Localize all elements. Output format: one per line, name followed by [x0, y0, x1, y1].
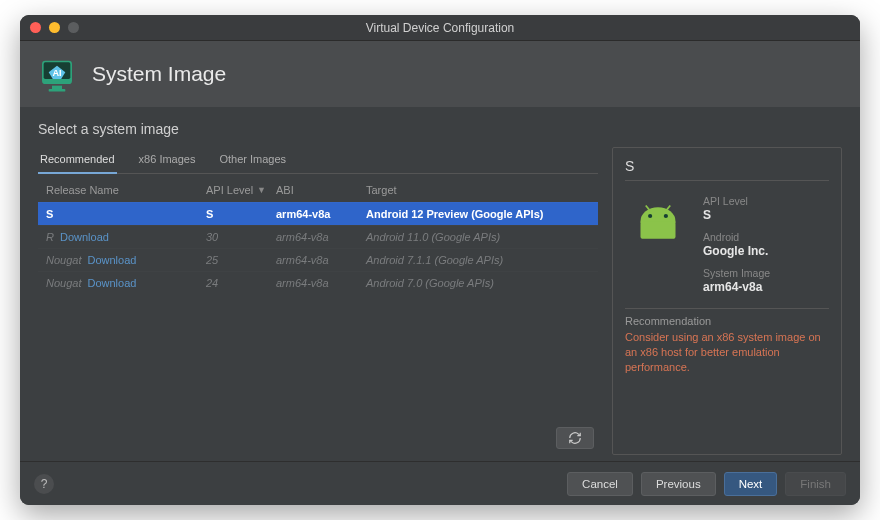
footer: ? Cancel Previous Next Finish	[20, 461, 860, 505]
next-button[interactable]: Next	[724, 472, 778, 496]
svg-rect-2	[52, 86, 62, 89]
dialog-window: Virtual Device Configuration AI System I…	[20, 15, 860, 505]
target: Android 11.0 (Google APIs)	[366, 231, 590, 243]
abi: arm64-v8a	[276, 277, 366, 289]
target: Android 7.1.1 (Google APIs)	[366, 254, 590, 266]
api-level: S	[206, 208, 276, 220]
finish-button: Finish	[785, 472, 846, 496]
api-level: 24	[206, 277, 276, 289]
col-abi[interactable]: ABI	[276, 184, 366, 196]
release-name: Nougat	[46, 254, 81, 266]
tab-x86-images[interactable]: x86 Images	[137, 147, 198, 173]
body: Select a system image Recommendedx86 Ima…	[20, 107, 860, 461]
svg-rect-5	[641, 221, 676, 239]
col-release-name[interactable]: Release Name	[46, 184, 206, 196]
table-row[interactable]: NougatDownload25arm64-v8aAndroid 7.1.1 (…	[38, 248, 598, 271]
table-row[interactable]: SSarm64-v8aAndroid 12 Preview (Google AP…	[38, 202, 598, 225]
help-button[interactable]: ?	[34, 474, 54, 494]
table-header: Release Name API Level ▼ ABI Target	[38, 178, 598, 202]
download-link[interactable]: Download	[87, 254, 136, 266]
table-row[interactable]: RDownload30arm64-v8aAndroid 11.0 (Google…	[38, 225, 598, 248]
svg-point-7	[664, 214, 668, 218]
download-link[interactable]: Download	[60, 231, 109, 243]
target: Android 7.0 (Google APIs)	[366, 277, 590, 289]
release-name: R	[46, 231, 54, 243]
recommendation-label: Recommendation	[625, 308, 829, 327]
previous-button[interactable]: Previous	[641, 472, 716, 496]
refresh-icon	[568, 431, 582, 445]
system-image-table: Release Name API Level ▼ ABI Target SSar…	[38, 178, 598, 294]
svg-rect-3	[49, 89, 66, 92]
table-row[interactable]: NougatDownload24arm64-v8aAndroid 7.0 (Go…	[38, 271, 598, 294]
detail-panel: S API Level	[612, 147, 842, 455]
recommendation-text: Consider using an x86 system image on an…	[625, 330, 829, 375]
col-target[interactable]: Target	[366, 184, 590, 196]
header-title: System Image	[92, 62, 226, 86]
app-icon: AI	[36, 53, 78, 95]
cancel-button[interactable]: Cancel	[567, 472, 633, 496]
abi: arm64-v8a	[276, 254, 366, 266]
api-level-label: API Level	[703, 195, 770, 207]
abi: arm64-v8a	[276, 231, 366, 243]
system-image-value: arm64-v8a	[703, 280, 770, 294]
titlebar: Virtual Device Configuration	[20, 15, 860, 41]
release-name: S	[46, 208, 53, 220]
tab-recommended[interactable]: Recommended	[38, 147, 117, 174]
section-subtitle: Select a system image	[38, 121, 842, 137]
android-icon	[625, 195, 691, 294]
image-tabs: Recommendedx86 ImagesOther Images	[38, 147, 598, 174]
release-name: Nougat	[46, 277, 81, 289]
api-level: 25	[206, 254, 276, 266]
download-link[interactable]: Download	[87, 277, 136, 289]
sort-desc-icon: ▼	[257, 185, 266, 195]
left-pane: Recommendedx86 ImagesOther Images Releas…	[38, 147, 598, 455]
tab-other-images[interactable]: Other Images	[217, 147, 288, 173]
refresh-button[interactable]	[556, 427, 594, 449]
api-level-value: S	[703, 208, 770, 222]
col-api-level[interactable]: API Level ▼	[206, 184, 276, 196]
system-image-label: System Image	[703, 267, 770, 279]
svg-text:AI: AI	[52, 68, 61, 78]
header: AI System Image	[20, 41, 860, 107]
abi: arm64-v8a	[276, 208, 366, 220]
target: Android 12 Preview (Google APIs)	[366, 208, 590, 220]
window-title: Virtual Device Configuration	[20, 21, 860, 35]
api-level: 30	[206, 231, 276, 243]
vendor-value: Google Inc.	[703, 244, 770, 258]
detail-title: S	[625, 158, 829, 181]
svg-point-6	[648, 214, 652, 218]
vendor-label: Android	[703, 231, 770, 243]
